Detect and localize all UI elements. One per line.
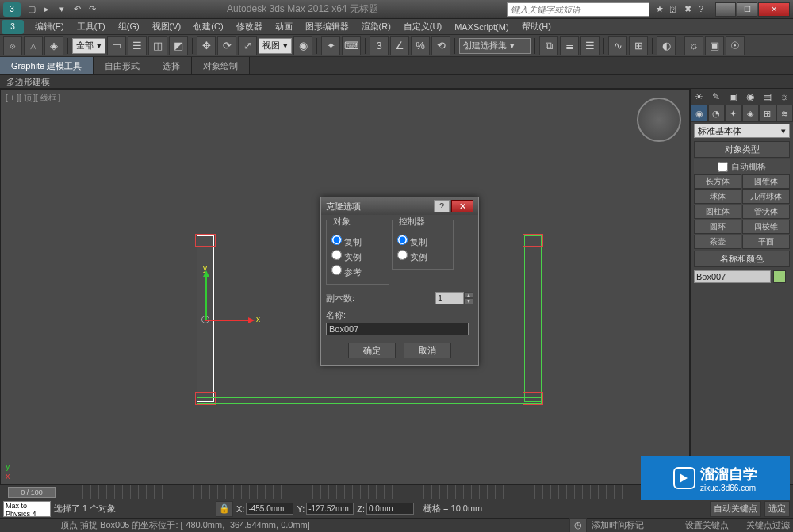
render-icon[interactable]: ☉ [726,36,745,55]
radio-instance[interactable]: 实例 [331,249,384,264]
radio-copy[interactable]: 复制 [331,234,384,249]
star-icon[interactable]: ★ [656,4,667,15]
unlink-icon[interactable]: ⟑ [24,36,43,55]
manipulate-icon[interactable]: ✦ [321,36,340,55]
snap-toggle-icon[interactable]: 3 [370,36,389,55]
btn-pyramid[interactable]: 四棱锥 [742,220,790,234]
select-name-icon[interactable]: ☰ [128,36,147,55]
add-time-tag-label[interactable]: 添加时间标记 [592,519,644,531]
help-icon[interactable]: ? [699,4,710,15]
selection-filter-dropdown[interactable]: 全部 ▾ [72,38,105,54]
lights-tab-icon[interactable]: ✦ [725,105,742,122]
menu-edit[interactable]: 编辑(E) [29,19,71,34]
pivot-icon[interactable]: ◉ [293,36,312,55]
light-icon[interactable]: ◉ [746,91,754,102]
curve-editor-icon[interactable]: ∿ [608,36,627,55]
btn-cone[interactable]: 圆锥体 [742,174,790,189]
ribbon-tab-paint[interactable]: 对象绘制 [192,57,250,74]
move-icon[interactable]: ✥ [197,36,216,55]
btn-geosphere[interactable]: 几何球体 [742,189,790,204]
ref-coord-dropdown[interactable]: 视图 ▾ [259,38,292,54]
menu-tools[interactable]: 工具(T) [71,19,112,34]
selected-button[interactable]: 选定 [764,501,790,517]
gizmo-y-axis[interactable] [205,272,207,320]
undo-icon[interactable]: ↶ [71,3,83,16]
align-icon[interactable]: ≣ [560,36,579,55]
bind-icon[interactable]: ◈ [44,36,63,55]
auto-key-button[interactable]: 自动关键点 [710,501,761,517]
cameras-tab-icon[interactable]: ◈ [742,105,760,122]
maximize-button[interactable]: ☐ [737,2,757,17]
ok-button[interactable]: 确定 [348,343,396,358]
object-color-swatch[interactable] [773,270,786,283]
spinner-snap-icon[interactable]: ⟲ [431,36,450,55]
named-selection-dropdown[interactable]: 创建选择集 ▾ [459,38,531,54]
copies-input[interactable] [435,292,464,304]
menu-customize[interactable]: 自定义(U) [397,19,448,34]
time-tag-icon[interactable]: ◷ [569,518,587,533]
rotate-icon[interactable]: ⟳ [217,36,236,55]
autogrid-checkbox[interactable] [718,162,728,172]
save-file-icon[interactable]: ▾ [56,3,68,16]
btn-teapot[interactable]: 茶壶 [694,235,741,249]
display-icon[interactable]: ▤ [763,91,772,102]
keyboard-icon[interactable]: ⌨ [342,36,361,55]
rollout-object-type[interactable]: 对象类型 [694,141,790,158]
help-search-input[interactable] [507,2,649,17]
minimize-button[interactable]: – [715,2,736,17]
open-file-icon[interactable]: ▸ [40,3,53,16]
menu-rendering[interactable]: 渲染(R) [355,19,397,34]
link-icon[interactable]: ⟐ [3,36,22,55]
viewcube[interactable] [637,98,681,142]
redo-icon[interactable]: ↷ [86,3,98,16]
radio-reference[interactable]: 参考 [331,264,384,279]
script-listener-input[interactable]: Max to Physics 4 [3,501,51,517]
gizmo-origin[interactable] [201,316,209,323]
key-filter-button[interactable]: 关键点过滤 [746,519,790,531]
coord-y-input[interactable] [306,503,354,515]
time-slider[interactable]: 0 / 100 [8,487,56,498]
viewport-label[interactable]: [ + ][ 顶 ][ 线框 ] [6,93,60,104]
camera-icon[interactable]: ▣ [729,91,737,102]
percent-snap-icon[interactable]: % [411,36,430,55]
radio-ctrl-instance[interactable]: 实例 [397,249,448,264]
rollout-name-color[interactable]: 名称和颜色 [694,251,790,267]
copies-spinner[interactable]: ▲▼ [435,292,473,304]
new-file-icon[interactable]: ▢ [25,3,38,16]
autogrid-checkbox-row[interactable]: 自动栅格 [694,159,790,174]
object-name-input[interactable] [694,270,771,283]
spinner-up-icon[interactable]: ▲ [464,292,473,298]
menu-group[interactable]: 组(G) [112,19,146,34]
dialog-close-button[interactable]: ✕ [451,200,473,212]
btn-cylinder[interactable]: 圆柱体 [694,205,741,219]
systems-tab-icon[interactable]: ≋ [776,105,794,122]
coord-z-input[interactable] [366,503,414,515]
menu-view[interactable]: 视图(V) [146,19,188,34]
select-region-icon[interactable]: ◫ [148,36,167,55]
mirror-icon[interactable]: ⧉ [539,36,558,55]
create-tab-icon[interactable]: ◉ [691,105,708,122]
app-menu-button[interactable]: 3 [2,20,24,34]
util-icon[interactable]: ☼ [780,91,789,102]
btn-torus[interactable]: 圆环 [694,220,741,234]
menu-help[interactable]: 帮助(H) [515,19,557,34]
ribbon-tab-selection[interactable]: 选择 [151,57,192,74]
close-button[interactable]: ✕ [758,2,790,17]
menu-maxscript[interactable]: MAXScript(M) [448,21,515,33]
btn-plane[interactable]: 平面 [742,235,790,249]
window-crossing-icon[interactable]: ◩ [169,36,188,55]
menu-create[interactable]: 创建(C) [187,19,229,34]
btn-box[interactable]: 长方体 [694,174,741,189]
scale-icon[interactable]: ⤢ [238,36,257,55]
dialog-titlebar[interactable]: 克隆选项 ? ✕ [321,197,478,215]
schematic-icon[interactable]: ⊞ [629,36,648,55]
render-frame-icon[interactable]: ▣ [705,36,724,55]
select-icon[interactable]: ▭ [107,36,126,55]
exchange-icon[interactable]: ✖ [684,4,695,15]
clone-name-input[interactable] [326,323,469,335]
shapes-tab-icon[interactable]: ◔ [708,105,726,122]
gizmo-x-axis[interactable] [205,320,253,321]
wand-icon[interactable]: ✎ [712,91,720,102]
render-setup-icon[interactable]: ☼ [684,36,703,55]
material-editor-icon[interactable]: ◐ [657,36,676,55]
